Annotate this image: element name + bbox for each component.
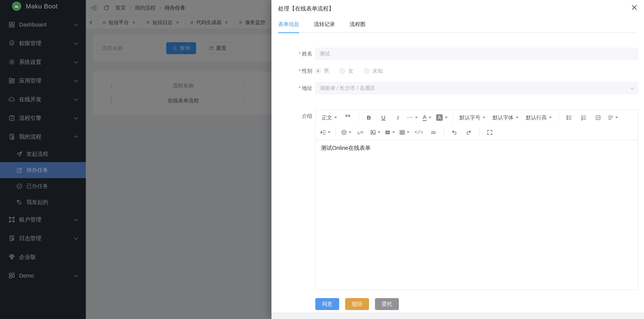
radio-dot-icon xyxy=(315,68,321,74)
form-row-name: *姓名 测试 xyxy=(272,48,638,60)
font-color-dropdown[interactable]: A xyxy=(422,112,432,123)
delegate-button[interactable]: 委托 xyxy=(375,298,399,310)
sidebar-item-log-management[interactable]: 日志管理 xyxy=(0,229,86,248)
rich-text-editor: 正文 “ B U I ··· A A 默认字号 xyxy=(315,110,638,290)
blockquote-button[interactable]: “ xyxy=(342,112,353,123)
insert-table-dropdown[interactable] xyxy=(399,127,410,138)
tag-icon xyxy=(16,199,23,206)
radio-female[interactable]: 女 xyxy=(340,67,353,75)
close-icon[interactable] xyxy=(631,4,638,11)
caret-down-icon xyxy=(429,117,431,118)
undo-button[interactable] xyxy=(449,127,460,138)
indent-dropdown[interactable] xyxy=(320,127,330,138)
underline-button[interactable]: U xyxy=(378,112,389,123)
sidebar: Maku Boot Dashboard 权限管理 系统设置 应用管理 xyxy=(0,0,86,319)
shield-check-icon xyxy=(8,40,15,47)
drawer-actions: 同意 驳回 委托 xyxy=(315,298,638,310)
insert-image-dropdown[interactable] xyxy=(370,127,380,138)
radio-male[interactable]: 男 xyxy=(315,67,329,75)
sidebar-item-app-management[interactable]: 应用管理 xyxy=(0,71,86,90)
toolbar-row-1: 正文 “ B U I ··· A A 默认字号 xyxy=(316,110,638,125)
caret-down-icon xyxy=(415,117,418,118)
toolbar-divider xyxy=(452,113,453,122)
sidebar-item-todo-tasks[interactable]: 待办任务 xyxy=(0,162,86,178)
edit-icon xyxy=(16,167,23,173)
grid-icon xyxy=(8,21,15,28)
required-mark: * xyxy=(299,51,301,57)
caret-down-icon xyxy=(445,117,448,118)
font-family-dropdown[interactable]: 默认字体 xyxy=(490,112,521,123)
required-mark: * xyxy=(299,85,301,91)
sidebar-item-my-initiated[interactable]: 我发起的 xyxy=(0,194,86,210)
tab-form-info[interactable]: 表单信息 xyxy=(278,21,299,33)
toolbar-divider xyxy=(479,128,480,137)
chevron-down-icon xyxy=(74,41,78,45)
grid-icon xyxy=(8,272,15,279)
bold-button[interactable]: B xyxy=(364,112,374,123)
caret-down-icon xyxy=(392,132,395,133)
app-logo: Maku Boot xyxy=(0,0,86,12)
code-block-button[interactable]: </> xyxy=(414,127,424,138)
drawer-tabs: 表单信息 流转记录 流程图 xyxy=(278,21,637,33)
sidebar-item-my-process[interactable]: 我的流程 xyxy=(0,127,86,146)
insert-link-button[interactable] xyxy=(355,127,366,138)
sidebar-item-permissions[interactable]: 权限管理 xyxy=(0,34,86,53)
fullscreen-button[interactable] xyxy=(484,127,495,138)
document-user-icon xyxy=(8,133,15,140)
horizontal-rule-button[interactable] xyxy=(428,127,439,138)
caret-down-icon xyxy=(549,117,552,118)
line-height-dropdown[interactable]: 默认行高 xyxy=(524,112,554,123)
font-size-dropdown[interactable]: 默认字号 xyxy=(457,112,488,123)
reject-button[interactable]: 驳回 xyxy=(345,298,369,310)
drawer-header: 处理【在线表单流程】 xyxy=(272,0,644,13)
bullet-list-button[interactable] xyxy=(564,112,574,123)
caret-down-icon xyxy=(378,132,380,133)
italic-button[interactable]: I xyxy=(392,112,403,123)
sidebar-item-dashboard[interactable]: Dashboard xyxy=(0,15,86,34)
drawer-bottom-strip xyxy=(272,312,644,319)
address-value: 湖南省 / 长沙市 / 岳麓区 xyxy=(315,82,638,94)
cloud-icon xyxy=(8,96,15,103)
chevron-down-icon xyxy=(74,22,78,26)
address-cascader[interactable]: 湖南省 / 长沙市 / 岳麓区 xyxy=(315,82,638,94)
editor-content[interactable]: 测试Online在线表单 xyxy=(316,140,638,289)
editor-toolbar: 正文 “ B U I ··· A A 默认字号 xyxy=(316,110,638,140)
address-label: 地址 xyxy=(302,85,312,91)
more-styles-dropdown[interactable]: ··· xyxy=(407,112,418,123)
caret-down-icon xyxy=(483,117,485,118)
paragraph-style-dropdown[interactable]: 正文 xyxy=(320,112,339,123)
form-row-intro: 介绍 正文 “ B U I ··· A xyxy=(272,110,638,290)
sidebar-menu: Dashboard 权限管理 系统设置 应用管理 在线开发 xyxy=(0,15,86,285)
tab-flow-records[interactable]: 流转记录 xyxy=(314,21,335,33)
gear-icon xyxy=(8,59,15,66)
background-color-dropdown[interactable]: A xyxy=(436,112,448,123)
chevron-down-icon xyxy=(74,97,78,101)
caret-down-icon xyxy=(334,117,337,118)
ordered-list-button[interactable] xyxy=(578,112,589,123)
align-dropdown[interactable] xyxy=(607,112,618,123)
sidebar-item-demo[interactable]: Demo xyxy=(0,266,86,285)
approve-button[interactable]: 同意 xyxy=(315,298,339,310)
redo-button[interactable] xyxy=(464,127,474,138)
sidebar-item-system-settings[interactable]: 系统设置 xyxy=(0,53,86,71)
sidebar-item-start-process[interactable]: 发起流程 xyxy=(0,146,86,162)
tab-flow-diagram[interactable]: 流程图 xyxy=(350,21,366,33)
checklist-button[interactable] xyxy=(593,112,604,123)
sidebar-item-enterprise[interactable]: 企业版 xyxy=(0,248,86,266)
name-input[interactable]: 测试 xyxy=(315,48,638,60)
emoji-dropdown[interactable] xyxy=(341,127,352,138)
chevron-down-icon xyxy=(74,217,78,221)
insert-video-dropdown[interactable] xyxy=(384,127,395,138)
sidebar-item-tenant-management[interactable]: 租户管理 xyxy=(0,210,86,229)
chevron-down-icon xyxy=(74,78,78,82)
gender-label: 性别 xyxy=(302,68,312,74)
chevron-down-icon xyxy=(74,59,78,64)
radio-dot-icon xyxy=(340,68,345,74)
radio-unknown[interactable]: 未知 xyxy=(364,67,383,75)
sidebar-item-online-dev[interactable]: 在线开发 xyxy=(0,90,86,109)
diamond-icon xyxy=(8,253,15,260)
sidebar-item-process-engine[interactable]: 流程引擎 xyxy=(0,109,86,127)
name-label: 姓名 xyxy=(302,51,312,57)
sidebar-item-done-tasks[interactable]: 已办任务 xyxy=(0,178,86,194)
calendar-check-icon xyxy=(8,115,15,122)
